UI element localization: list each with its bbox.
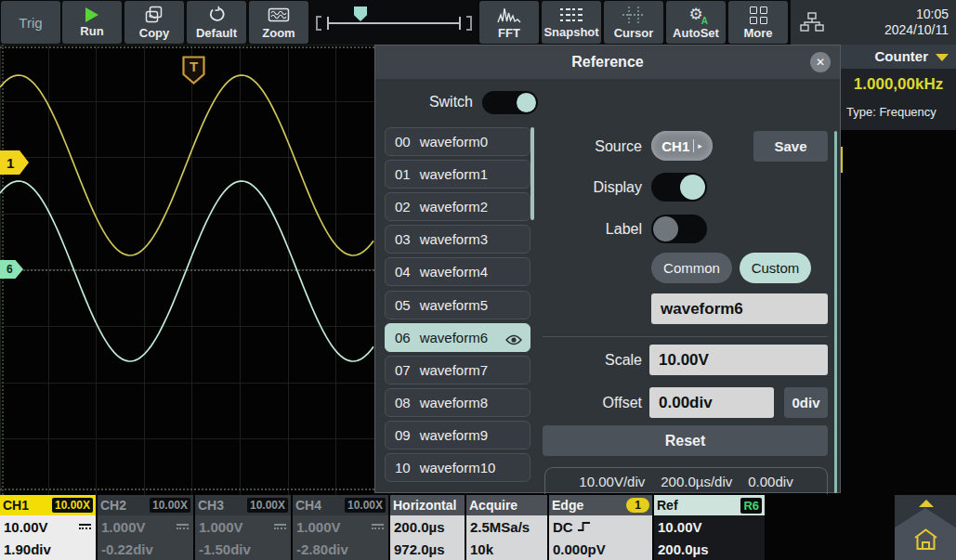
reset-arrow-icon <box>206 6 227 24</box>
copy-icon <box>144 6 164 24</box>
trig-label: Trig <box>19 16 42 30</box>
toggle-knob <box>653 216 678 241</box>
network-icon[interactable] <box>800 12 824 36</box>
display-toggle[interactable] <box>651 173 707 202</box>
snapshot-label: Snapshot <box>543 26 598 38</box>
channel-block-ch3[interactable]: CH310.00X1.000V-1.50div <box>195 495 291 560</box>
edge-title: Edge <box>552 498 583 513</box>
common-button[interactable]: Common <box>651 253 732 283</box>
item-name: waveform9 <box>420 427 488 443</box>
info-offset: 0.00div <box>748 474 792 489</box>
item-name: waveform8 <box>420 395 488 410</box>
item-name: waveform6 <box>420 330 488 345</box>
time-label: 10:05 <box>884 7 949 22</box>
datetime-display[interactable]: 10:05 2024/10/11 <box>884 7 949 38</box>
custom-label: Custom <box>752 260 800 276</box>
custom-button[interactable]: Custom <box>740 253 811 283</box>
expand-up-icon[interactable] <box>919 500 934 507</box>
item-number: 10 <box>395 460 411 475</box>
ref-block[interactable]: Ref R6 10.00V 200.0µs <box>654 495 765 560</box>
snapshot-list-icon <box>559 7 583 23</box>
trig-status-button[interactable]: Trig <box>1 1 60 44</box>
switch-row: Switch <box>375 79 840 125</box>
cursor-button[interactable]: Cursor <box>604 1 663 44</box>
channel-offset: 1.90div <box>0 538 96 560</box>
date-label: 2024/10/11 <box>884 22 949 38</box>
list-scrollbar[interactable] <box>530 127 534 220</box>
slider-left-bracket <box>316 16 321 31</box>
label-toggle[interactable] <box>651 215 707 243</box>
acquire-title: Acquire <box>469 498 517 513</box>
waveform-list-item[interactable]: 03waveform3 <box>385 225 530 254</box>
item-number: 01 <box>395 166 411 182</box>
slider-position-marker[interactable] <box>354 7 367 21</box>
waveform-list-item[interactable]: 01waveform1 <box>385 160 530 189</box>
source-arrow-icon: ▸ <box>698 141 702 150</box>
trigger-position-marker[interactable]: T <box>182 56 205 85</box>
waveform-list-item[interactable]: 10waveform10 <box>385 453 530 482</box>
waveform-list-item[interactable]: 02waveform2 <box>385 192 530 221</box>
run-button[interactable]: Run <box>62 1 122 44</box>
waveform-list-item[interactable]: 04waveform4 <box>385 257 530 286</box>
dialog-header[interactable]: Reference ✕ <box>375 46 840 79</box>
probe-badge: 10.00X <box>247 498 288 513</box>
copy-button[interactable]: Copy <box>124 1 184 44</box>
horizontal-position-slider[interactable] <box>311 0 477 45</box>
memory-depth: 10k <box>466 538 547 560</box>
section-divider <box>543 336 828 337</box>
save-button[interactable]: Save <box>753 131 828 162</box>
waveform-list-item[interactable]: 05waveform5 <box>385 291 530 319</box>
reference-switch-toggle[interactable] <box>482 91 538 114</box>
counter-panel: Counter 1.000,00kHz Type: Frequency <box>841 45 956 130</box>
channel-name: CH2 <box>100 498 126 513</box>
waveform-name-input[interactable]: waveform6 <box>651 293 828 324</box>
waveform-list-item[interactable]: 07waveform7 <box>385 356 530 384</box>
channel-name: CH4 <box>295 498 321 513</box>
channel-scale: 1.000V <box>101 519 146 535</box>
fft-label: FFT <box>498 27 520 39</box>
channel-scale: 1.000V <box>296 519 341 535</box>
channel-block-ch1[interactable]: CH110.00X10.00V1.90div <box>0 495 96 560</box>
info-scale: 10.00V/div <box>579 474 645 489</box>
source-value: CH1 <box>661 138 689 154</box>
waveform-list-item[interactable]: 09waveform9 <box>385 421 530 449</box>
more-button[interactable]: More <box>728 1 788 44</box>
default-button[interactable]: Default <box>187 1 246 44</box>
channel-block-ch2[interactable]: CH210.00X1.000V-0.22div <box>98 495 193 560</box>
waveform-name-value: waveform6 <box>661 300 743 319</box>
scale-input[interactable]: 10.00V <box>649 345 828 375</box>
reference-dialog: Reference ✕ Switch 00waveform001waveform… <box>374 45 841 493</box>
snapshot-button[interactable]: Snapshot <box>542 1 601 44</box>
counter-type-label: Type: Frequency <box>846 105 936 119</box>
horizontal-block[interactable]: Horizontal 200.0µs 972.0µs <box>390 495 465 560</box>
source-label: Source <box>540 138 642 155</box>
more-label: More <box>743 27 772 39</box>
pane-scrollbar[interactable] <box>834 131 837 493</box>
home-icon[interactable] <box>913 527 938 555</box>
autoset-button[interactable]: ⚙ A AutoSet <box>666 1 726 44</box>
source-select[interactable]: CH1 ▸ <box>651 131 713 161</box>
autoset-label: AutoSet <box>673 27 719 39</box>
reset-button[interactable]: Reset <box>543 425 828 456</box>
cursor-crosshair-icon <box>622 6 646 24</box>
horizontal-title: Horizontal <box>393 498 456 513</box>
waveform-list-item[interactable]: 06waveform6 <box>385 323 530 352</box>
counter-header[interactable]: Counter <box>841 45 956 69</box>
zero-div-button[interactable]: 0div <box>784 387 828 418</box>
channel-block-ch4[interactable]: CH410.00X1.000V-2.80div <box>293 495 388 560</box>
dc-coupling-icon <box>177 524 189 529</box>
offset-input[interactable]: 0.00div <box>649 387 774 418</box>
close-icon[interactable]: ✕ <box>810 52 831 72</box>
acquire-block[interactable]: Acquire 2.5MSa/s 10k <box>466 495 547 560</box>
waveform-list-item[interactable]: 00waveform0 <box>385 127 530 156</box>
clock-block: 10:05 2024/10/11 <box>791 0 956 45</box>
default-label: Default <box>196 27 237 39</box>
offset-value: 0.00div <box>659 394 713 412</box>
fft-button[interactable]: FFT <box>479 1 539 44</box>
cursor-label: Cursor <box>614 27 654 39</box>
edge-trigger-block[interactable]: Edge 1 DC 0.000pV <box>549 495 652 560</box>
fft-spectrum-icon <box>497 6 521 24</box>
waveform-list-item[interactable]: 08waveform8 <box>385 388 530 417</box>
zoom-button[interactable]: Zoom <box>249 1 308 44</box>
item-name: waveform0 <box>420 134 488 150</box>
